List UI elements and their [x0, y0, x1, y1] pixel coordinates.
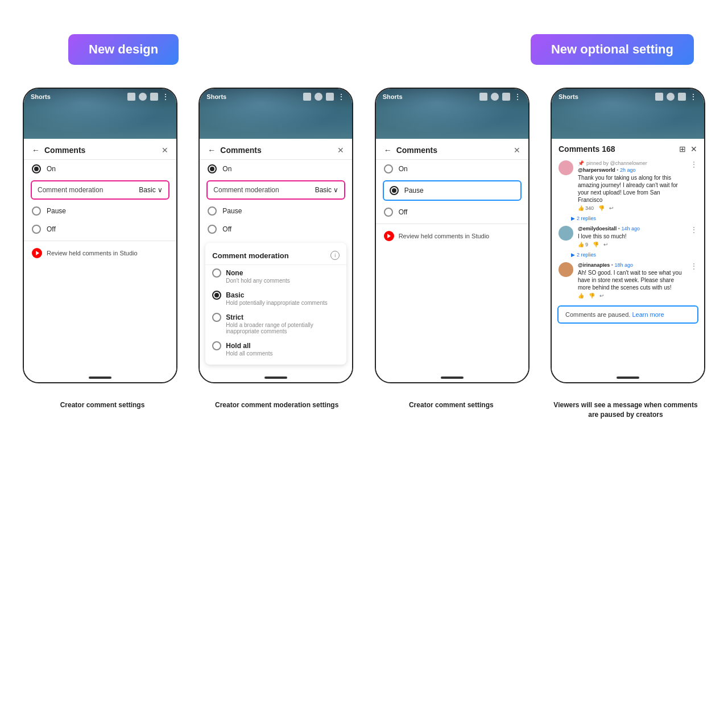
phone2-hold-all-title: Hold all: [212, 341, 340, 350]
phone2-label-pause: Pause: [222, 207, 242, 215]
phone1-header-left: ← Comments: [32, 146, 85, 155]
phone1-option-off[interactable]: Off: [24, 220, 176, 238]
phone4-topbar-label: Shorts: [559, 93, 578, 100]
phone2-dropdown-strict[interactable]: Strict Hold a broader range of potential…: [205, 309, 346, 338]
phone1-header-img: Shorts ⋮: [24, 89, 176, 139]
phone2-strict-title: Strict: [212, 313, 340, 322]
phone3-bottom-bar: [441, 377, 464, 379]
phone1-comments-header: ← Comments ✕: [24, 139, 176, 160]
phone4-dots-2[interactable]: ⋮: [690, 226, 697, 247]
phone2-dropdown-title: Comment moderation: [212, 251, 288, 260]
phone3-topbar-icons: ⋮: [479, 92, 522, 101]
phone4-comment-3: @irinanapIes • 18h ago Ah! SO good. I ca…: [552, 259, 704, 302]
phone4-paused-text: Comments are paused.: [565, 311, 630, 318]
phone2-dropdown-hold-all[interactable]: Hold all Hold all comments: [205, 338, 346, 360]
phone2-moderation-label: Comment moderation: [213, 186, 279, 194]
phone4-avatar-3: [559, 262, 573, 277]
phone3-back-arrow[interactable]: ←: [384, 146, 392, 155]
phone1-close-btn[interactable]: ✕: [162, 146, 168, 155]
phone2-option-on[interactable]: On: [200, 160, 352, 178]
phone2-back-arrow[interactable]: ←: [208, 146, 216, 155]
phone3-close-btn[interactable]: ✕: [514, 146, 520, 155]
phone4-close-icon[interactable]: ✕: [690, 144, 697, 154]
phone2-topbar: Shorts ⋮: [206, 92, 345, 101]
phone4-comment1-actions: 👍 340 👎 ↩: [578, 205, 686, 211]
phone2-radio-strict: [212, 313, 221, 322]
phone4-dots-1[interactable]: ⋮: [690, 160, 697, 211]
phone1-back-arrow[interactable]: ←: [32, 146, 40, 155]
phone4-like-2[interactable]: 👍 9: [578, 242, 588, 247]
phone4-replies-2[interactable]: ▶ 2 replies: [571, 251, 704, 259]
phone3-topbar: Shorts ⋮: [383, 92, 522, 101]
phone4-reply-3[interactable]: ↩: [599, 293, 604, 299]
phone1-search-icon: [139, 93, 147, 101]
phone-3: Shorts ⋮ ← Comments ✕: [375, 88, 530, 383]
phone2-info-icon[interactable]: i: [330, 251, 340, 260]
phone4-dislike-3[interactable]: 👎: [589, 293, 595, 299]
phone1-radio-off: [32, 225, 41, 234]
phone1-moderation-row[interactable]: Comment moderation Basic ∨: [31, 180, 169, 200]
phone3-studio-link[interactable]: Review held comments in Studio: [376, 226, 528, 246]
phone4-reply-1[interactable]: ↩: [609, 205, 614, 211]
phone4-header-img: Shorts ⋮: [552, 89, 704, 139]
phone2-basic-sub: Hold potentially inappropriate comments: [226, 300, 340, 306]
phone4-reply-2[interactable]: ↩: [603, 242, 608, 247]
phone1-studio-link[interactable]: Review held comments in Studio: [24, 243, 176, 263]
phone4-filter-icon[interactable]: ⊞: [679, 144, 686, 154]
phone2-strict-sub: Hold a broader range of potentially inap…: [226, 322, 340, 334]
captions-row: Creator comment settings Creator comment…: [23, 400, 705, 420]
phone3-option-on[interactable]: On: [376, 160, 528, 178]
phone4-dislike-2[interactable]: 👎: [593, 242, 599, 247]
phone2-camera-icon: [326, 93, 334, 101]
new-design-label: New design: [68, 34, 179, 65]
phone3-pause-row[interactable]: Pause: [383, 180, 522, 201]
phone4-avatar-2: [559, 226, 573, 241]
phone4-bottom-bar: [617, 377, 639, 379]
phone1-label-off: Off: [47, 225, 56, 233]
phone4-like-3[interactable]: 👍: [578, 293, 584, 299]
phone2-option-off[interactable]: Off: [200, 220, 352, 238]
phone2-moderation-row[interactable]: Comment moderation Basic ∨: [206, 180, 345, 200]
phone1-comments-title: Comments: [44, 146, 85, 155]
phone4-pinned-row: 📌 pinned by @channelowner: [578, 160, 686, 166]
phone2-dropdown-basic[interactable]: Basic Hold potentially inappropriate com…: [205, 287, 346, 309]
phone3-comments-title: Comments: [396, 146, 437, 155]
phone2-none-sub: Don't hold any comments: [226, 278, 340, 284]
phone2-content: ← Comments ✕ On Comment moderation Basic…: [200, 139, 352, 373]
phone2-dropdown-none[interactable]: None Don't hold any comments: [205, 265, 346, 287]
phone3-studio-icon: [384, 231, 394, 241]
caption-phone3: Creator comment settings: [374, 400, 528, 420]
phone2-comments-title: Comments: [220, 146, 261, 155]
new-optional-label: New optional setting: [531, 34, 694, 65]
phone4-topbar: Shorts ⋮: [559, 92, 697, 101]
phone2-radio-none: [212, 268, 221, 278]
phone2-bottom-bar: [264, 377, 287, 379]
phone2-label-on: On: [222, 165, 231, 173]
phone1-moderation-label: Comment moderation: [38, 186, 103, 194]
phone2-option-pause[interactable]: Pause: [200, 202, 352, 220]
phone3-more-icon: ⋮: [514, 92, 522, 101]
phone2-moderation-value: Basic ∨: [315, 186, 339, 194]
phone2-basic-title: Basic: [212, 291, 340, 300]
phone4-like-1[interactable]: 👍 340: [578, 205, 594, 211]
phone2-comments-header: ← Comments ✕: [200, 139, 352, 160]
phone2-dropdown-header: Comment moderation i: [205, 247, 346, 265]
phones-row: Shorts ⋮ ← Comments ✕: [23, 88, 705, 383]
phone4-comment1-text: Thank you for taking us along for this a…: [578, 174, 686, 204]
phone1-content: ← Comments ✕ On Comment moderation Basic…: [24, 139, 176, 373]
phone1-option-pause[interactable]: Pause: [24, 202, 176, 220]
phone4-comment1-meta: @harpersworld • 2h ago: [578, 167, 686, 173]
phone1-moderation-value: Basic ∨: [139, 186, 163, 194]
phone4-dots-3[interactable]: ⋮: [690, 262, 697, 299]
phone2-close-btn[interactable]: ✕: [337, 146, 344, 155]
phone4-dislike-1[interactable]: 👎: [598, 205, 605, 211]
phone4-content: Comments 168 ⊞ ✕ 📌 pinned by @channelown…: [552, 139, 704, 373]
phone4-replies-1[interactable]: ▶ 2 replies: [571, 214, 704, 222]
phone1-option-on[interactable]: On: [24, 160, 176, 178]
phone1-cast-icon: [127, 93, 135, 101]
section-labels: New design New optional setting: [23, 34, 705, 65]
phone3-option-off[interactable]: Off: [376, 203, 528, 221]
phone4-topbar-icons: ⋮: [655, 92, 697, 101]
phone3-pause-inner: Pause: [390, 186, 424, 195]
phone4-learn-more[interactable]: Learn more: [632, 311, 664, 318]
